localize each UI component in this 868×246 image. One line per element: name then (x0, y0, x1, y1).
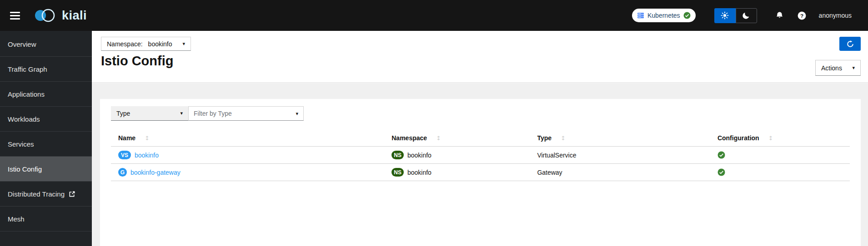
actions-dropdown[interactable]: Actions ▾ (815, 60, 861, 76)
sidebar-item-label: Applications (8, 90, 45, 98)
brand-name: kiali (62, 9, 87, 23)
filter-input-wrapper: ▾ (188, 106, 304, 121)
actions-label: Actions (821, 64, 842, 72)
notifications-button[interactable] (775, 11, 784, 20)
sidebar-item-label: Services (8, 140, 34, 148)
config-valid-check-icon[interactable] (717, 168, 725, 176)
istio-object-link[interactable]: bookinfo (135, 152, 159, 159)
namespace-dropdown[interactable]: Namespace: bookinfo ▾ (101, 37, 191, 51)
sidebar-item-istio-config[interactable]: Istio Config (0, 157, 92, 182)
filter-toolbar: Type ▾ ▾ (111, 106, 850, 121)
bell-icon (775, 11, 784, 20)
caret-down-icon: ▾ (182, 41, 185, 46)
type-cell-text: Gateway (537, 169, 562, 176)
column-header-namespace[interactable]: Namespace (391, 134, 427, 142)
config-valid-check-icon[interactable] (717, 151, 725, 159)
question-circle-icon: ? (798, 11, 806, 20)
istio-config-table: Name ↕ Namespace ↕ Type ↕ (111, 131, 850, 181)
namespace-cell-text: bookinfo (407, 169, 431, 176)
filter-category-dropdown[interactable]: Type ▾ (111, 106, 188, 121)
page-title: Istio Config (101, 54, 173, 69)
sidebar-item-traffic-graph[interactable]: Traffic Graph (0, 57, 92, 82)
namespace-badge: NS (391, 151, 404, 159)
column-header-type[interactable]: Type (537, 134, 552, 142)
sidebar-item-services[interactable]: Services (0, 132, 92, 157)
masthead-right: Kubernetes (632, 8, 852, 23)
sidebar-item-overview[interactable]: Overview (0, 32, 92, 57)
table-header-row: Name ↕ Namespace ↕ Type ↕ (111, 131, 850, 147)
sidebar-item-label: Istio Config (8, 165, 42, 173)
page-header: Namespace: bookinfo ▾ Istio Config Actio… (92, 31, 868, 83)
type-cell-text: VirtualService (537, 152, 576, 159)
namespace-value: bookinfo (148, 40, 172, 48)
external-link-icon (69, 191, 75, 197)
sidebar-item-label: Workloads (8, 115, 40, 123)
page-body: Type ▾ ▾ Name (92, 84, 868, 246)
cluster-name: Kubernetes (647, 12, 680, 19)
svg-text:?: ? (800, 12, 803, 18)
virtualservice-badge: VS (118, 151, 131, 159)
masthead: kiali Kubernetes (0, 0, 868, 31)
sort-icon[interactable]: ↕ (768, 135, 773, 142)
sort-icon[interactable]: ↕ (145, 135, 150, 142)
istio-object-link[interactable]: bookinfo-gateway (130, 169, 181, 176)
caret-down-icon[interactable]: ▾ (296, 111, 298, 116)
username: anonymous (819, 12, 852, 19)
dark-theme-button[interactable] (736, 8, 757, 23)
sidebar-item-label: Overview (8, 40, 36, 48)
sort-icon[interactable]: ↕ (561, 135, 566, 142)
sidebar-item-applications[interactable]: Applications (0, 82, 92, 107)
sun-icon (721, 11, 729, 20)
sidebar-item-label: Traffic Graph (8, 65, 47, 73)
column-header-configuration[interactable]: Configuration (717, 134, 759, 142)
gateway-badge: G (118, 168, 127, 177)
filter-category-label: Type (116, 110, 130, 117)
sidebar-item-distributed-tracing[interactable]: Distributed Tracing (0, 182, 92, 207)
caret-down-icon: ▾ (180, 111, 183, 116)
namespace-label: Namespace: (107, 40, 143, 48)
cluster-badge[interactable]: Kubernetes (632, 9, 696, 22)
kiali-app: kiali Kubernetes (0, 0, 868, 246)
sidebar: Overview Traffic Graph Applications Work… (0, 31, 92, 246)
light-theme-button[interactable] (714, 8, 736, 23)
namespace-cell-text: bookinfo (407, 152, 431, 159)
namespace-badge: NS (391, 168, 404, 177)
kiali-logo-icon (34, 7, 58, 24)
sort-icon[interactable]: ↕ (436, 135, 441, 142)
refresh-button[interactable] (839, 37, 861, 51)
kubernetes-cluster-icon (637, 12, 644, 19)
moon-icon (742, 11, 750, 20)
sidebar-item-label: Distributed Tracing (8, 190, 65, 198)
help-button[interactable]: ? (798, 11, 806, 20)
kiali-logo[interactable]: kiali (34, 7, 87, 24)
sidebar-item-workloads[interactable]: Workloads (0, 107, 92, 132)
refresh-icon (847, 40, 854, 48)
sidebar-item-mesh[interactable]: Mesh (0, 207, 92, 231)
istio-config-card: Type ▾ ▾ Name (100, 99, 861, 246)
filter-by-type-input[interactable] (194, 110, 292, 117)
sidebar-item-label: Mesh (8, 215, 25, 223)
main-content: Namespace: bookinfo ▾ Istio Config Actio… (92, 31, 868, 246)
menu-toggle-icon[interactable] (8, 9, 22, 22)
column-header-name[interactable]: Name (118, 134, 135, 142)
table-row: G bookinfo-gateway NS bookinfo Gatew (111, 164, 850, 181)
cluster-status-check-icon (683, 12, 691, 19)
table-row: VS bookinfo NS bookinfo VirtualServi (111, 147, 850, 164)
caret-down-icon: ▾ (852, 65, 855, 70)
theme-toggle (714, 8, 757, 23)
